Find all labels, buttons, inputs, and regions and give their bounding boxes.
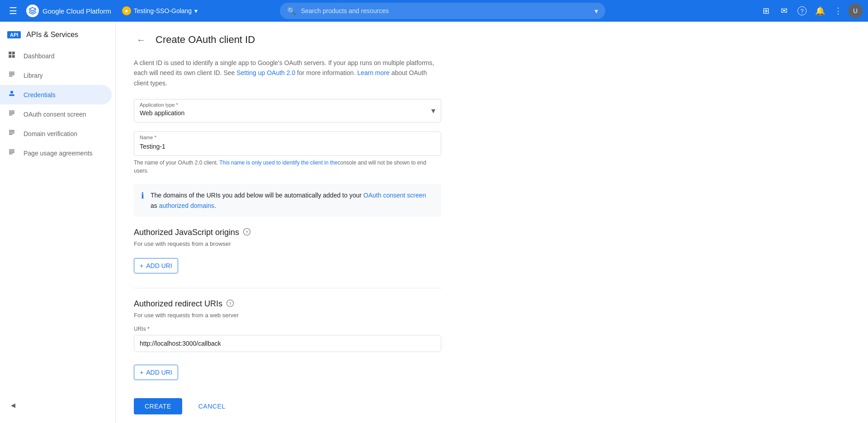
sidebar-item-label-page-usage: Page usage agreements [24, 150, 93, 157]
info-text: The domains of the URIs you add below wi… [151, 190, 434, 211]
more-icon: ⋮ [834, 6, 842, 16]
redirect-uris-subtitle: For use with requests from a web server [134, 312, 441, 319]
name-hint: The name of your OAuth 2.0 client. This … [134, 159, 441, 175]
dashboard-icon [7, 51, 16, 61]
svg-rect-16 [9, 134, 13, 135]
redirect-uris-help-icon[interactable]: ? [226, 299, 234, 309]
oauth-consent-icon [7, 109, 16, 119]
top-nav: ☰ Google Cloud Platform ★ Testing-SSO-Go… [0, 0, 868, 22]
domain-icon [7, 128, 16, 139]
sidebar-item-label-oauth: OAuth consent screen [24, 111, 86, 118]
add-uri-redirect-plus: + [140, 369, 143, 376]
app-type-select[interactable]: Web application Android iOS Desktop app [134, 99, 441, 122]
add-uri-js-button[interactable]: + ADD URI [134, 258, 178, 273]
sidebar-title: APIs & Services [26, 31, 78, 39]
main-content: ← Create OAuth client ID A client ID is … [116, 22, 868, 423]
sidebar-item-page-usage[interactable]: Page usage agreements [0, 143, 112, 163]
help-button[interactable]: ? [794, 3, 810, 19]
svg-text:?: ? [229, 301, 231, 306]
add-uri-redirect-button[interactable]: + ADD URI [134, 365, 178, 380]
sidebar-item-library[interactable]: Library [0, 66, 112, 85]
sidebar-item-label-domain: Domain verification [24, 130, 77, 137]
bell-icon: 🔔 [815, 6, 825, 16]
search-icon: 🔍 [287, 7, 296, 15]
js-origins-help-icon[interactable]: ? [243, 228, 251, 238]
sidebar-item-dashboard[interactable]: Dashboard [0, 46, 112, 66]
search-expand-icon[interactable]: ▾ [594, 7, 598, 15]
sidebar-item-credentials[interactable]: Credentials [0, 85, 112, 104]
page-header: ← Create OAuth client ID [134, 33, 850, 47]
info-box: ℹ The domains of the URIs you add below … [134, 184, 441, 217]
uris-label: URIs * [134, 326, 441, 332]
svg-rect-0 [9, 52, 11, 54]
apps-icon: ⊞ [763, 6, 769, 16]
logo-text: Google Cloud Platform [42, 7, 111, 15]
authorized-domains-link[interactable]: authorized domains [159, 202, 214, 209]
hamburger-button[interactable]: ☰ [5, 2, 21, 20]
svg-rect-6 [9, 75, 14, 75]
back-button[interactable]: ← [134, 33, 148, 47]
sidebar-item-label-library: Library [24, 72, 43, 79]
dropdown-icon: ▾ [194, 7, 198, 14]
info-icon: ℹ [141, 191, 144, 201]
name-hint-link[interactable]: This name is only used to identify the c… [219, 160, 337, 166]
sidebar: API APIs & Services Dashboard Library Cr… [0, 22, 116, 423]
svg-rect-14 [9, 132, 14, 132]
learn-more-link[interactable]: Learn more [357, 69, 390, 76]
page-title: Create OAuth client ID [156, 34, 255, 46]
svg-rect-2 [9, 55, 11, 58]
svg-rect-7 [9, 76, 13, 77]
sidebar-collapse-button[interactable]: ◂ [4, 396, 23, 414]
js-origins-subtitle: For use with requests from a browser [134, 240, 441, 247]
cancel-button[interactable]: CANCEL [188, 398, 236, 414]
svg-rect-13 [9, 130, 14, 131]
sidebar-item-oauth-consent[interactable]: OAuth consent screen [0, 104, 112, 124]
application-type-group: Application type * Web application Andro… [134, 99, 441, 122]
create-button[interactable]: CREATE [134, 398, 182, 414]
action-buttons: CREATE CANCEL [134, 395, 441, 414]
svg-rect-11 [9, 113, 14, 114]
app-type-label: Application type * [140, 102, 178, 108]
more-options-button[interactable]: ⋮ [830, 3, 846, 19]
add-uri-js-plus: + [140, 262, 143, 269]
redirect-uris-title: Authorized redirect URIs [134, 299, 222, 309]
name-input[interactable] [134, 132, 441, 155]
sidebar-header: API APIs & Services [0, 25, 115, 46]
page-usage-icon [7, 148, 16, 158]
app-layout: API APIs & Services Dashboard Library Cr… [0, 22, 868, 423]
redirect-uris-header: Authorized redirect URIs ? [134, 299, 441, 309]
mail-icon: ✉ [781, 6, 788, 16]
search-input[interactable] [301, 7, 590, 14]
redirect-uris-section: Authorized redirect URIs ? For use with … [134, 299, 441, 380]
svg-rect-20 [9, 154, 13, 155]
svg-point-8 [10, 91, 13, 94]
logo-icon [26, 5, 39, 17]
intro-paragraph: A client ID is used to identify a single… [134, 58, 441, 88]
setting-up-oauth-link[interactable]: Setting up OAuth 2.0 [236, 69, 295, 76]
uri-input[interactable] [134, 335, 441, 352]
name-input-wrapper: Name * [134, 132, 441, 156]
sidebar-item-domain-verification[interactable]: Domain verification [0, 124, 112, 143]
app-logo: Google Cloud Platform [26, 5, 111, 17]
uris-group: URIs * [134, 326, 441, 352]
svg-rect-1 [12, 52, 15, 54]
user-avatar[interactable]: U [848, 4, 863, 18]
oauth-consent-screen-link[interactable]: OAuth consent screen [363, 192, 426, 199]
svg-rect-10 [9, 112, 14, 113]
apps-button[interactable]: ⊞ [758, 3, 774, 19]
project-selector[interactable]: ★ Testing-SSO-Golang ▾ [118, 5, 201, 17]
add-uri-js-label: ADD URI [146, 262, 172, 269]
nav-right-icons: ⊞ ✉ ? 🔔 ⋮ U [758, 3, 863, 19]
svg-rect-9 [9, 111, 14, 112]
name-label: Name * [140, 135, 156, 140]
notifications-button[interactable]: 🔔 [812, 3, 828, 19]
sidebar-item-label-dashboard: Dashboard [24, 52, 55, 60]
js-origins-title: Authorized JavaScript origins [134, 228, 239, 237]
svg-text:?: ? [245, 230, 248, 235]
svg-rect-15 [9, 133, 14, 134]
js-origins-section: Authorized JavaScript origins ? For use … [134, 228, 441, 273]
back-icon: ← [137, 35, 146, 45]
form-container: A client ID is used to identify a single… [134, 58, 441, 414]
mail-button[interactable]: ✉ [776, 3, 792, 19]
api-badge: API [7, 31, 21, 38]
